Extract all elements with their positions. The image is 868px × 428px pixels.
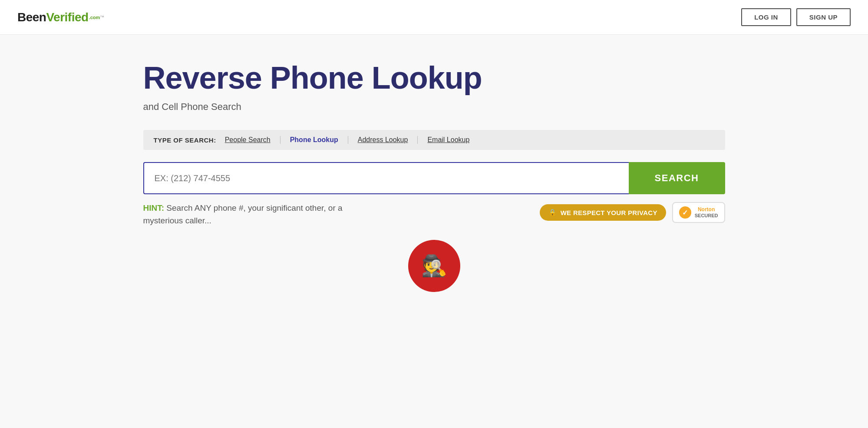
- hint-label: HINT:: [143, 203, 165, 212]
- search-button[interactable]: SEARCH: [629, 162, 725, 194]
- page-title: Reverse Phone Lookup: [143, 61, 725, 95]
- search-type-options: People Search Phone Lookup Address Looku…: [225, 136, 479, 144]
- norton-check-icon: ✓: [679, 206, 691, 219]
- search-type-address[interactable]: Address Lookup: [348, 136, 418, 144]
- search-row: SEARCH: [143, 162, 725, 194]
- lock-icon: 🔒: [548, 209, 557, 216]
- logo-dot-com: .com: [89, 15, 100, 20]
- signup-button[interactable]: SIGN UP: [796, 8, 851, 26]
- spy-hat-icon: 🕵️: [421, 254, 447, 278]
- illustration-area: 🕵️: [143, 240, 725, 292]
- site-header: BeenVerified.com™ LOG IN SIGN UP: [0, 0, 868, 35]
- norton-text: Norton SECURED: [695, 206, 718, 219]
- main-content: Reverse Phone Lookup and Cell Phone Sear…: [109, 35, 760, 309]
- phone-search-input[interactable]: [143, 162, 629, 194]
- privacy-badge: 🔒 WE RESPECT YOUR PRIVACY: [540, 204, 666, 221]
- bottom-row: HINT: Search ANY phone #, your significa…: [143, 202, 725, 227]
- privacy-text: WE RESPECT YOUR PRIVACY: [561, 209, 657, 216]
- search-type-email[interactable]: Email Lookup: [418, 136, 479, 144]
- logo-verified: Verified: [46, 10, 88, 24]
- trust-badges: 🔒 WE RESPECT YOUR PRIVACY ✓ Norton SECUR…: [540, 202, 725, 223]
- norton-badge: ✓ Norton SECURED: [672, 202, 725, 223]
- search-type-people[interactable]: People Search: [225, 136, 281, 144]
- hint-body: Search ANY phone #, your significant oth…: [143, 203, 343, 225]
- logo-been: Been: [17, 10, 46, 24]
- logo[interactable]: BeenVerified.com™: [17, 10, 104, 24]
- hint-text: HINT: Search ANY phone #, your significa…: [143, 202, 382, 227]
- norton-top: Norton: [698, 206, 715, 212]
- page-subtitle: and Cell Phone Search: [143, 101, 725, 113]
- login-button[interactable]: LOG IN: [741, 8, 791, 26]
- logo-tm: ™: [100, 15, 104, 20]
- search-type-label: TYPE OF SEARCH:: [154, 136, 216, 144]
- spy-illustration: 🕵️: [408, 240, 460, 292]
- search-type-bar: TYPE OF SEARCH: People Search Phone Look…: [143, 130, 725, 150]
- search-type-phone[interactable]: Phone Lookup: [281, 136, 348, 144]
- header-buttons: LOG IN SIGN UP: [741, 8, 851, 26]
- norton-bottom: SECURED: [695, 213, 718, 219]
